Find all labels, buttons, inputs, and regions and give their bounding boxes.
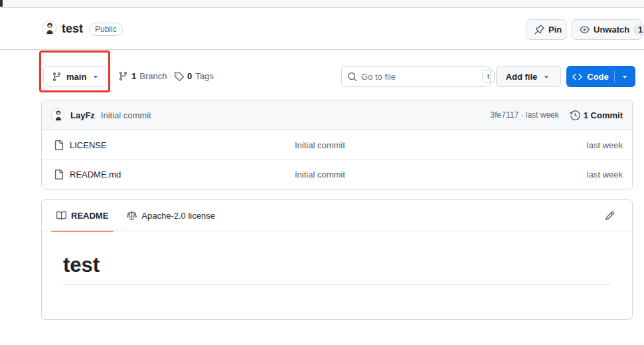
top-navbar-edge [0,0,644,8]
git-branch-icon [118,71,128,81]
branch-name: main [66,72,86,82]
file-table: LayFz Initial commit 3fe7117 · last week… [41,100,633,189]
file-name-link[interactable]: README.md [70,170,289,179]
readme-heading: test [63,253,611,285]
law-icon [127,211,137,221]
commit-author-avatar[interactable] [51,108,64,122]
file-icon [54,170,64,179]
chevron-down-icon [91,72,100,81]
commit-message[interactable]: Initial commit [101,110,151,120]
code-button-divider [614,70,615,82]
commit-author[interactable]: LayFz [70,110,95,120]
file-commit-time: last week [587,170,623,179]
code-button-label: Code [587,72,609,82]
readme-panel: README Apache-2.0 license test [41,199,633,320]
pin-button-label: Pin [548,25,562,35]
add-file-label: Add file [506,72,538,82]
commit-history-link[interactable]: 1 Commit [570,110,623,120]
person-avatar [42,21,56,35]
add-file-button[interactable]: Add file [496,66,561,87]
watch-count-badge: 1 [633,25,644,35]
chevron-down-icon [542,72,551,81]
screen-edge-artifact [0,0,3,7]
tag-icon [174,71,184,81]
tab-readme[interactable]: README [47,200,118,231]
edit-readme-button[interactable] [600,206,619,225]
commit-sha-time[interactable]: 3fe7117 · last week [491,110,559,120]
github-repo-page: test Public Pin Unwatch 1 main 1 Branch [0,0,644,345]
visibility-badge: Public [89,23,123,36]
file-commit-message[interactable]: Initial commit [295,140,581,150]
search-shortcut-key: t [482,70,495,83]
search-icon [347,72,357,82]
latest-commit-bar[interactable]: LayFz Initial commit 3fe7117 · last week… [42,100,632,130]
chevron-down-icon [620,72,629,81]
readme-tab-bar: README Apache-2.0 license [42,200,632,231]
pin-button[interactable]: Pin [526,19,566,40]
repo-owner-avatar[interactable] [42,21,56,35]
branch-count-label: Branch [139,71,167,81]
tab-readme-label: README [71,211,108,221]
file-icon [54,140,64,150]
pin-icon [534,25,544,35]
unwatch-button[interactable]: Unwatch 1 [572,19,642,40]
code-button[interactable]: Code [566,66,635,87]
tag-count: 0 [187,71,192,81]
person-avatar [52,109,64,122]
commit-count-label: 1 Commit [584,110,623,120]
code-icon [572,72,582,82]
branch-selector-button[interactable]: main [43,66,106,87]
table-row[interactable]: README.md Initial commit last week [42,160,632,189]
table-row[interactable]: LICENSE Initial commit last week [42,130,632,160]
file-commit-message[interactable]: Initial commit [295,170,581,179]
eye-icon [580,25,590,35]
repo-title[interactable]: test [62,22,83,36]
branches-link[interactable]: 1 Branch [118,71,167,81]
tag-count-label: Tags [195,71,213,81]
tags-link[interactable]: 0 Tags [174,71,214,81]
history-icon [570,110,580,120]
go-to-file-search[interactable]: t [341,66,491,87]
file-name-link[interactable]: LICENSE [70,140,289,150]
tab-license[interactable]: Apache-2.0 license [118,200,224,231]
header-divider [0,49,644,50]
branch-count: 1 [131,71,136,81]
go-to-file-input[interactable] [361,72,478,82]
book-icon [56,211,66,221]
pencil-icon [605,211,615,221]
tab-license-label: Apache-2.0 license [141,211,215,221]
git-branch-icon [52,72,62,82]
readme-content: test [42,231,632,285]
file-commit-time: last week [587,140,623,150]
unwatch-button-label: Unwatch [594,25,629,35]
